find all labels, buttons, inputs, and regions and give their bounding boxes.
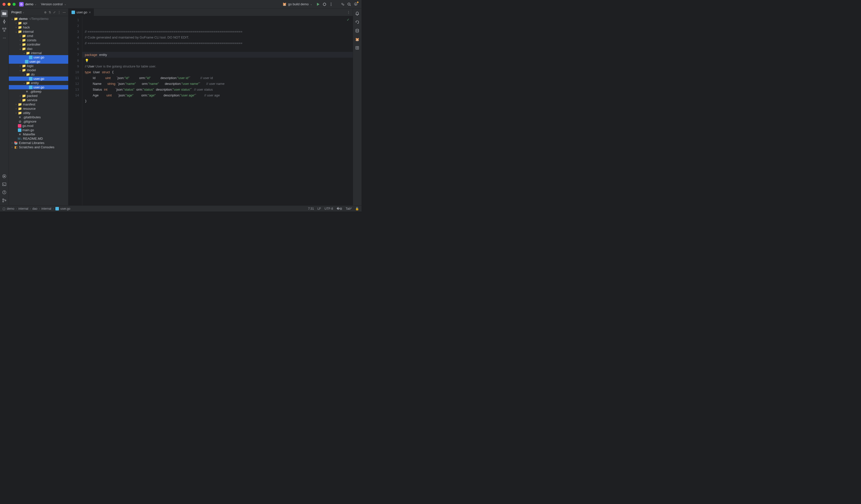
problems-tool-icon[interactable]: [1, 189, 8, 196]
line-ending[interactable]: LF: [317, 207, 321, 210]
crumb[interactable]: internal: [41, 207, 51, 210]
crumb[interactable]: demo: [7, 207, 14, 210]
tree-file-gitkeep[interactable]: ≡.gitkeep: [9, 90, 68, 94]
sidebar-more-icon[interactable]: ⋮: [58, 11, 61, 14]
run-config[interactable]: 🐹 go build demo ⌄: [283, 2, 312, 6]
tree-file-readme[interactable]: M↓README.MD: [9, 136, 68, 141]
svg-point-16: [2, 201, 4, 202]
tree-file-gomod[interactable]: go.mod: [9, 124, 68, 128]
notifications-icon[interactable]: [354, 10, 361, 17]
vcs-menu[interactable]: Version control ⌄: [41, 2, 66, 6]
git-tool-icon[interactable]: [1, 197, 8, 204]
encoding[interactable]: UTF-8: [325, 207, 333, 210]
readonly-lock-icon[interactable]: 🔓: [355, 207, 359, 210]
tree-file-gitattributes[interactable]: ≡.gitattributes: [9, 115, 68, 119]
database-icon[interactable]: [354, 27, 361, 34]
ai-icon[interactable]: [354, 19, 361, 26]
crumb[interactable]: internal: [18, 207, 28, 210]
tree-folder-hack[interactable]: ›📁hack: [9, 25, 68, 29]
more-actions[interactable]: [328, 1, 334, 7]
project-name[interactable]: demo: [25, 2, 33, 6]
commit-tool-icon[interactable]: [1, 18, 8, 25]
intention-bulb-icon[interactable]: 💡: [85, 59, 89, 63]
hide-icon[interactable]: —: [63, 11, 66, 14]
tree-folder-logic[interactable]: ›📁logic: [9, 64, 68, 68]
indent-icon[interactable]: �⊞: [337, 207, 342, 210]
go-mod-icon: [18, 124, 22, 128]
tree-file-user-go-3[interactable]: user.go: [9, 77, 68, 81]
debug-button[interactable]: [322, 1, 327, 7]
svg-rect-21: [29, 85, 32, 89]
structure-tool-icon[interactable]: [1, 26, 8, 33]
tree-folder-internal[interactable]: ⌄📁internal: [9, 29, 68, 34]
tree-folder-utility[interactable]: ›📁utility: [9, 111, 68, 115]
go-file-icon: [29, 77, 32, 81]
svg-point-17: [5, 200, 6, 201]
terminal-tool-icon[interactable]: [1, 181, 8, 188]
project-badge: D: [19, 2, 24, 6]
tabs-more-icon[interactable]: ⋮: [344, 9, 353, 16]
tree-file-gitignore[interactable]: ⊘.gitignore: [9, 119, 68, 124]
tree-file-user-go-4[interactable]: user.go: [9, 85, 68, 90]
tree-folder-dao-internal[interactable]: ⌄📁internal: [9, 51, 68, 55]
tree-file-user-go-1[interactable]: user.go: [9, 55, 68, 59]
editor-tabs: user.go × ⋮: [68, 9, 353, 16]
code-editor[interactable]: // =====================================…: [82, 16, 353, 205]
tree-folder-service[interactable]: ›📁service: [9, 98, 68, 102]
tree-folder-model[interactable]: ⌄📁model: [9, 68, 68, 72]
tab-user-go[interactable]: user.go ×: [68, 9, 94, 16]
tree-root[interactable]: ⌄📁demo~/Temp/demo: [9, 17, 68, 21]
tree-scratches[interactable]: ›◧Scratches and Consoles: [9, 145, 68, 149]
crumb[interactable]: user.go: [60, 207, 70, 210]
settings-icon[interactable]: [353, 1, 358, 7]
tree-folder-do[interactable]: ⌄📁do: [9, 72, 68, 77]
collapse-all-icon[interactable]: ⤢: [53, 11, 56, 14]
breadcrumbs[interactable]: ▢ demo› internal› dao› internal› user.go: [2, 207, 70, 210]
minimize-window[interactable]: [8, 3, 11, 6]
run-button[interactable]: [315, 1, 321, 7]
cursor-position[interactable]: 7:31: [308, 207, 314, 210]
tree-folder-manifest[interactable]: ›📁manifest: [9, 102, 68, 107]
tree-file-user-go-2[interactable]: user.go: [9, 59, 68, 64]
chevron-down-icon[interactable]: ⌄: [23, 11, 24, 14]
tree-folder-cmd[interactable]: ›📁cmd: [9, 34, 68, 38]
chevron-down-icon[interactable]: ⌄: [35, 3, 37, 5]
run-tool-icon[interactable]: [1, 173, 8, 180]
project-sidebar: Project ⌄ ⊕ ⇅ ⤢ ⋮ — ⌄📁demo~/Temp/demo ›📁…: [9, 9, 68, 205]
close-window[interactable]: [2, 3, 5, 6]
sidebar-title[interactable]: Project: [11, 10, 22, 14]
tree-folder-consts[interactable]: ›📁consts: [9, 38, 68, 42]
tab-label: user.go: [77, 10, 87, 14]
tree-folder-api[interactable]: ›📁api: [9, 21, 68, 25]
tree-folder-entity[interactable]: ⌄📁entity: [9, 81, 68, 85]
sidebar-header: Project ⌄ ⊕ ⇅ ⤢ ⋮ —: [9, 9, 68, 16]
maximize-window[interactable]: [13, 3, 16, 6]
project-tool-icon[interactable]: [1, 10, 8, 17]
inspection-ok-icon[interactable]: ✓: [347, 18, 350, 22]
tree-file-makefile[interactable]: ≡Makefile: [9, 132, 68, 136]
svg-point-25: [356, 29, 358, 30]
tree-folder-packed[interactable]: ›📁packed: [9, 94, 68, 98]
svg-rect-20: [29, 77, 32, 81]
crumb[interactable]: dao: [32, 207, 37, 210]
close-tab-icon[interactable]: ×: [89, 10, 91, 14]
code-with-me-icon[interactable]: [340, 1, 345, 7]
search-icon[interactable]: [346, 1, 352, 7]
gopher-right-icon[interactable]: 🐹: [354, 36, 361, 43]
svg-point-1: [331, 2, 331, 3]
svg-rect-24: [71, 11, 75, 14]
more-tool-icon[interactable]: ⋯: [1, 34, 8, 41]
svg-rect-11: [4, 30, 5, 31]
tree-folder-resource[interactable]: ›📁resource: [9, 107, 68, 111]
indent-mode[interactable]: Tab*: [346, 207, 352, 210]
select-opened-icon[interactable]: ⊕: [44, 11, 46, 14]
tree-folder-dao[interactable]: ⌄📁dao: [9, 46, 68, 51]
svg-point-2: [331, 4, 331, 4]
svg-rect-22: [18, 124, 22, 128]
left-toolbar: ⋯: [0, 9, 9, 205]
expand-all-icon[interactable]: ⇅: [49, 11, 51, 14]
tree-file-main-go[interactable]: main.go: [9, 128, 68, 132]
tree-external-libs[interactable]: ›📚External Libraries: [9, 141, 68, 145]
tree-folder-controller[interactable]: ›📁controller: [9, 42, 68, 46]
coverage-icon[interactable]: [354, 44, 361, 51]
